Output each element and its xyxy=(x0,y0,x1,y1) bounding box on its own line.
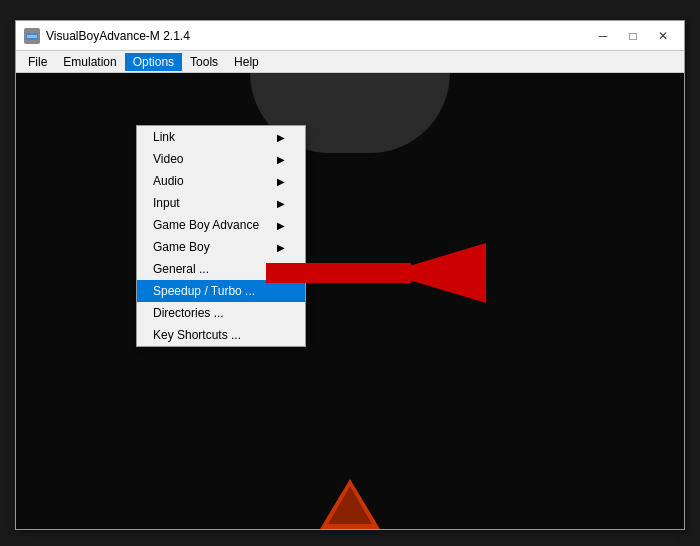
menu-item-audio[interactable]: Audio ▶ xyxy=(137,170,305,192)
window-title: VisualBoyAdvance-M 2.1.4 xyxy=(46,29,590,43)
game-content-area: Link ▶ Video ▶ Audio ▶ Input ▶ Game Boy … xyxy=(16,73,684,529)
submenu-arrow-audio: ▶ xyxy=(277,176,285,187)
app-icon xyxy=(24,28,40,44)
menu-options[interactable]: Options xyxy=(125,53,182,71)
menu-item-gameboy-advance[interactable]: Game Boy Advance ▶ xyxy=(137,214,305,236)
submenu-arrow-input: ▶ xyxy=(277,198,285,209)
menu-tools[interactable]: Tools xyxy=(182,53,226,71)
close-button[interactable]: ✕ xyxy=(650,26,676,46)
menu-item-speedup[interactable]: Speedup / Turbo ... xyxy=(137,280,305,302)
menu-item-directories[interactable]: Directories ... xyxy=(137,302,305,324)
submenu-arrow-video: ▶ xyxy=(277,154,285,165)
menu-emulation[interactable]: Emulation xyxy=(55,53,124,71)
submenu-arrow-gameboy: ▶ xyxy=(277,242,285,253)
window-controls: ─ □ ✕ xyxy=(590,26,676,46)
submenu-arrow-link: ▶ xyxy=(277,132,285,143)
maximize-button[interactable]: □ xyxy=(620,26,646,46)
menu-help[interactable]: Help xyxy=(226,53,267,71)
game-display xyxy=(16,73,684,529)
game-graphic-bottom-arrow2 xyxy=(328,486,372,524)
minimize-button[interactable]: ─ xyxy=(590,26,616,46)
menu-item-key-shortcuts[interactable]: Key Shortcuts ... xyxy=(137,324,305,346)
menu-item-link[interactable]: Link ▶ xyxy=(137,126,305,148)
menu-item-general[interactable]: General ... xyxy=(137,258,305,280)
menu-file[interactable]: File xyxy=(20,53,55,71)
menu-item-video[interactable]: Video ▶ xyxy=(137,148,305,170)
menu-item-input[interactable]: Input ▶ xyxy=(137,192,305,214)
submenu-arrow-gba: ▶ xyxy=(277,220,285,231)
menubar: File Emulation Options Tools Help xyxy=(16,51,684,73)
svg-rect-1 xyxy=(27,35,37,38)
main-window: VisualBoyAdvance-M 2.1.4 ─ □ ✕ File Emul… xyxy=(15,20,685,530)
titlebar: VisualBoyAdvance-M 2.1.4 ─ □ ✕ xyxy=(16,21,684,51)
menu-item-gameboy[interactable]: Game Boy ▶ xyxy=(137,236,305,258)
options-dropdown: Link ▶ Video ▶ Audio ▶ Input ▶ Game Boy … xyxy=(136,125,306,347)
